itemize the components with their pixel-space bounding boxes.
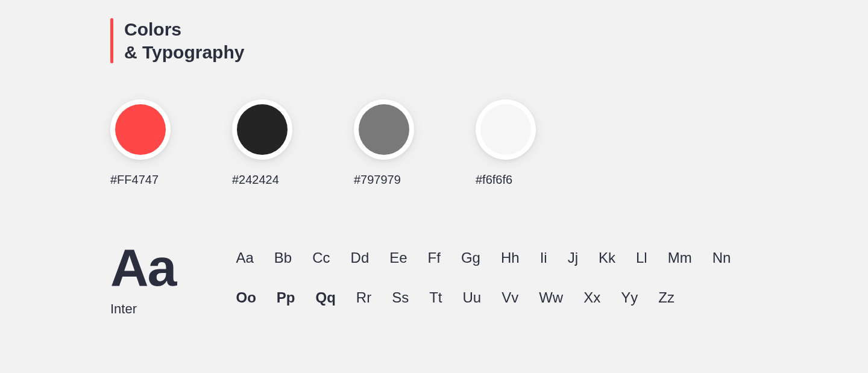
- alphabet-pair: Kk: [599, 249, 615, 266]
- alphabet-pair: Bb: [274, 249, 292, 266]
- swatch-ring: [476, 99, 536, 160]
- section-title: Colors & Typography: [124, 18, 244, 63]
- color-swatches: #FF4747 #242424 #797979 #f6f6f6: [110, 99, 868, 187]
- swatch-fill: [359, 104, 409, 155]
- swatch-label: #242424: [232, 173, 279, 187]
- section-header: Colors & Typography: [110, 18, 868, 63]
- alphabet-pair: Nn: [712, 249, 731, 266]
- swatch-label: #FF4747: [110, 173, 159, 187]
- swatch-ring: [232, 99, 292, 160]
- alphabet-pair: Dd: [351, 249, 370, 266]
- alphabet-pair: Ii: [540, 249, 547, 266]
- font-sample: Aa Inter: [110, 241, 176, 317]
- alphabet-pair: Oo: [236, 289, 256, 306]
- alphabet-pair: Vv: [502, 289, 518, 306]
- title-line-1: Colors: [124, 18, 244, 41]
- alphabet-pair: Ll: [636, 249, 647, 266]
- swatch-fill: [115, 104, 166, 155]
- alphabet-pair: Qq: [316, 289, 336, 306]
- alphabet-pair: Pp: [277, 289, 295, 306]
- alphabet-pair: Ee: [389, 249, 407, 266]
- alphabet-pair: Yy: [621, 289, 638, 306]
- swatch-ring: [354, 99, 414, 160]
- accent-bar: [110, 18, 113, 63]
- alphabet-pair: Rr: [356, 289, 371, 306]
- alphabet-pair: Ww: [539, 289, 563, 306]
- alphabet-pair: Ss: [392, 289, 409, 306]
- swatch-label: #f6f6f6: [476, 173, 512, 187]
- alphabet-pair: Gg: [461, 249, 480, 266]
- alphabet-pair: Mm: [668, 249, 692, 266]
- alphabet-pair: Uu: [463, 289, 482, 306]
- swatch-fill: [237, 104, 288, 155]
- alphabet-pair: Tt: [429, 289, 442, 306]
- swatch-fill: [480, 104, 531, 155]
- title-line-2: & Typography: [124, 41, 244, 64]
- alphabet-pair: Cc: [312, 249, 330, 266]
- color-swatch: #797979: [354, 99, 414, 187]
- font-name: Inter: [110, 301, 176, 317]
- alphabet-pair: Zz: [658, 289, 675, 306]
- alphabet-pair: Ff: [428, 249, 441, 266]
- font-sample-glyph: Aa: [110, 241, 176, 294]
- swatch-ring: [110, 99, 171, 160]
- alphabet-row-1: AaBbCcDdEeFfGgHhIiJjKkLlMmNn: [236, 249, 731, 266]
- alphabet-pair: Aa: [236, 249, 254, 266]
- alphabet-pair: Hh: [501, 249, 520, 266]
- alphabet-pair: Jj: [568, 249, 578, 266]
- color-swatch: #242424: [232, 99, 292, 187]
- alphabet-pair: Xx: [583, 289, 600, 306]
- typography-section: Aa Inter AaBbCcDdEeFfGgHhIiJjKkLlMmNn Oo…: [110, 241, 868, 317]
- color-swatch: #f6f6f6: [476, 99, 536, 187]
- color-swatch: #FF4747: [110, 99, 171, 187]
- alphabet-row-2: OoPpQqRrSsTtUuVvWwXxYyZz: [236, 289, 731, 306]
- swatch-label: #797979: [354, 173, 401, 187]
- alphabet-grid: AaBbCcDdEeFfGgHhIiJjKkLlMmNn OoPpQqRrSsT…: [236, 241, 731, 317]
